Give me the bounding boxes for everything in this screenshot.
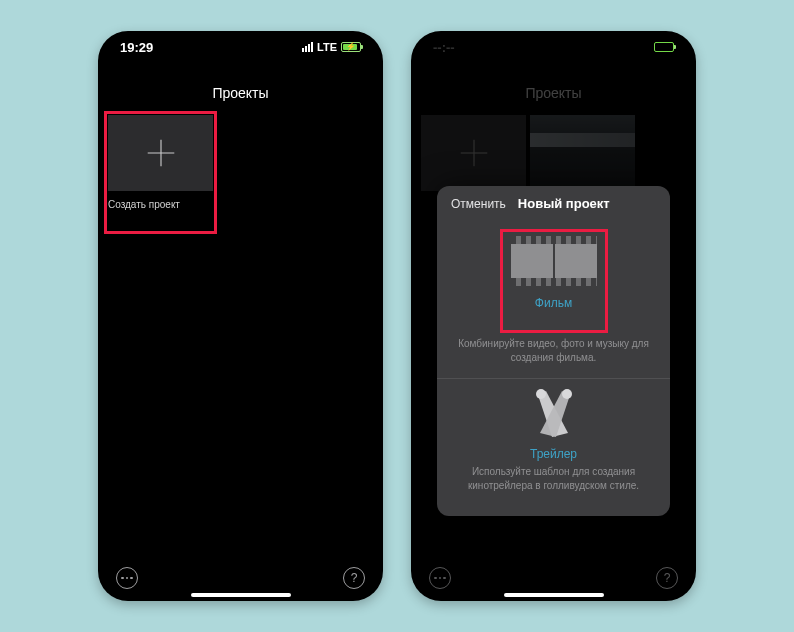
phone-left: 19:29 LTE ⚡ Проекты Создать проект ? — [98, 31, 383, 601]
help-button[interactable]: ? — [656, 567, 678, 589]
create-project-box[interactable] — [421, 115, 526, 191]
bottom-toolbar: ? — [411, 567, 696, 589]
network-label: LTE — [317, 41, 337, 53]
project-grid: Создать проект — [98, 101, 383, 210]
page-title: Проекты — [411, 85, 696, 101]
more-options-button[interactable] — [116, 567, 138, 589]
project-thumbnail[interactable] — [530, 115, 635, 191]
svg-point-6 — [536, 389, 546, 399]
svg-point-7 — [562, 389, 572, 399]
create-project-label: Создать проект — [108, 199, 213, 210]
bottom-toolbar: ? — [98, 567, 383, 589]
clock: --:-- — [433, 40, 455, 55]
help-button[interactable]: ? — [343, 567, 365, 589]
status-indicators: LTE ⚡ — [302, 41, 361, 53]
plus-icon — [142, 134, 180, 172]
spotlights-icon — [524, 387, 584, 437]
page-title: Проекты — [98, 85, 383, 101]
status-bar: --:-- — [411, 31, 696, 63]
create-project-box[interactable] — [108, 115, 213, 191]
battery-icon: ⚡ — [341, 42, 361, 52]
modal-title: Новый проект — [518, 196, 610, 211]
trailer-option-label: Трейлер — [530, 447, 577, 461]
signal-icon — [302, 42, 313, 52]
filmstrip-icon — [511, 236, 597, 286]
create-project-tile[interactable]: Создать проект — [108, 115, 213, 210]
movie-option-label: Фильм — [511, 296, 597, 310]
home-indicator[interactable] — [504, 593, 604, 597]
phone-right: --:-- Проекты Отменить Новый проект Филь… — [411, 31, 696, 601]
trailer-option-desc: Используйте шаблон для создания кинотрей… — [455, 465, 652, 492]
highlight-box: Фильм — [500, 229, 608, 333]
project-grid — [411, 101, 696, 191]
home-indicator[interactable] — [191, 593, 291, 597]
status-bar: 19:29 LTE ⚡ — [98, 31, 383, 63]
status-indicators — [654, 42, 674, 52]
new-project-modal: Отменить Новый проект Фильм Комбинируйте… — [437, 186, 670, 516]
battery-icon — [654, 42, 674, 52]
more-options-button[interactable] — [429, 567, 451, 589]
cancel-button[interactable]: Отменить — [451, 197, 506, 211]
plus-icon — [455, 134, 493, 172]
movie-option[interactable]: Фильм Комбинируйте видео, фото и музыку … — [437, 221, 670, 378]
modal-header: Отменить Новый проект — [437, 186, 670, 221]
create-project-tile[interactable] — [421, 115, 526, 191]
trailer-option[interactable]: Трейлер Используйте шаблон для создания … — [437, 378, 670, 506]
clock: 19:29 — [120, 40, 153, 55]
movie-option-desc: Комбинируйте видео, фото и музыку для со… — [455, 337, 652, 364]
